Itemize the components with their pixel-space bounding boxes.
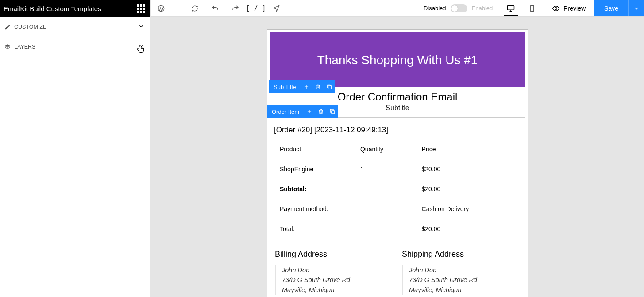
panel-customize-label: CUSTOMIZE bbox=[14, 24, 46, 30]
table-row: Product Quantity Price bbox=[274, 139, 521, 159]
total-value: $20.00 bbox=[416, 219, 521, 239]
save-button[interactable]: Save bbox=[594, 0, 628, 16]
svg-point-3 bbox=[532, 10, 532, 11]
redo-icon[interactable] bbox=[225, 4, 246, 12]
code-shortcode-icon[interactable]: [ / ] bbox=[246, 4, 266, 12]
shipping-title: Shipping Address bbox=[402, 250, 520, 259]
apps-grid-icon[interactable] bbox=[137, 4, 145, 13]
email-frame[interactable]: Thanks Shopping With Us #1 Sub Title Ord… bbox=[267, 29, 528, 297]
billing-title: Billing Address bbox=[275, 250, 393, 259]
order-table: Product Quantity Price ShopEngine 1 $20.… bbox=[274, 139, 521, 239]
svg-point-4 bbox=[555, 7, 557, 9]
subtotal-value: $20.00 bbox=[416, 179, 521, 199]
addresses: Billing Address John Doe 73/D G South Gr… bbox=[270, 239, 525, 295]
subtotal-label: Subtotal: bbox=[274, 179, 416, 199]
table-row: ShopEngine 1 $20.00 bbox=[274, 159, 521, 179]
device-desktop-icon[interactable] bbox=[500, 0, 521, 16]
shipping-street: 73/D G South Grove Rd bbox=[409, 275, 520, 285]
toggle-pill[interactable] bbox=[451, 4, 467, 12]
payment-label: Payment method: bbox=[274, 199, 416, 219]
svg-rect-6 bbox=[332, 111, 335, 114]
device-mobile-icon[interactable] bbox=[521, 0, 543, 16]
app-title: EmailKit Build Custom Templates bbox=[4, 5, 101, 12]
shipping-city: Mayville, Michigan bbox=[409, 285, 520, 295]
billing-street: 73/D G South Grove Rd bbox=[282, 275, 393, 285]
wordpress-icon[interactable] bbox=[151, 4, 171, 12]
trash-icon[interactable] bbox=[315, 108, 327, 115]
billing-city: Mayville, Michigan bbox=[282, 285, 393, 295]
add-icon[interactable] bbox=[301, 84, 312, 90]
block-toolbar-subtitle: Sub Title bbox=[269, 80, 335, 93]
pencil-icon bbox=[4, 24, 11, 30]
th-product: Product bbox=[274, 139, 355, 159]
save-dropdown[interactable] bbox=[628, 0, 644, 16]
add-icon[interactable] bbox=[304, 108, 315, 115]
enable-toggle[interactable]: Disabled Enabled bbox=[416, 0, 500, 16]
trash-icon[interactable] bbox=[312, 84, 324, 90]
block-toolbar-orderitem: Order Item bbox=[267, 105, 338, 118]
table-row: Subtotal: $20.00 bbox=[274, 179, 521, 199]
chevron-down-icon bbox=[138, 23, 144, 31]
total-label: Total: bbox=[274, 219, 416, 239]
panel-customize[interactable]: CUSTOMIZE bbox=[0, 17, 150, 37]
billing-address: Billing Address John Doe 73/D G South Gr… bbox=[275, 250, 393, 295]
eye-icon bbox=[552, 4, 560, 12]
shipping-address: Shipping Address John Doe 73/D G South G… bbox=[402, 250, 520, 295]
shipping-name: John Doe bbox=[409, 265, 520, 275]
refresh-icon[interactable] bbox=[185, 4, 205, 12]
undo-icon[interactable] bbox=[205, 4, 225, 12]
td-qty: 1 bbox=[355, 159, 416, 179]
toggle-enabled-label: Enabled bbox=[472, 5, 493, 12]
table-row: Payment method: Cash on Delivery bbox=[274, 199, 521, 219]
layers-icon bbox=[4, 44, 11, 50]
sidebar: EmailKit Build Custom Templates CUSTOMIZ… bbox=[0, 0, 151, 297]
th-price: Price bbox=[416, 139, 521, 159]
preview-button[interactable]: Preview bbox=[543, 0, 594, 16]
copy-icon[interactable] bbox=[324, 84, 335, 90]
block-toolbar-label: Sub Title bbox=[269, 84, 301, 90]
hero-text: Thanks Shopping With Us #1 bbox=[317, 53, 478, 67]
chevron-down-icon bbox=[138, 43, 144, 50]
payment-value: Cash on Delivery bbox=[416, 199, 521, 219]
topbar: [ / ] Disabled Enabled Preview Save bbox=[151, 0, 644, 17]
order-meta: [Order #20] [2023-11-12 09:49:13] bbox=[270, 126, 525, 139]
sidebar-header: EmailKit Build Custom Templates bbox=[0, 0, 150, 17]
chevron-down-icon bbox=[633, 5, 640, 12]
canvas[interactable]: Thanks Shopping With Us #1 Sub Title Ord… bbox=[151, 17, 644, 297]
billing-name: John Doe bbox=[282, 265, 393, 275]
send-icon[interactable] bbox=[266, 4, 286, 12]
svg-rect-1 bbox=[508, 5, 514, 10]
preview-label: Preview bbox=[563, 5, 586, 12]
th-qty: Quantity bbox=[355, 139, 416, 159]
table-row: Total: $20.00 bbox=[274, 219, 521, 239]
email-content[interactable]: Order Item Order Confirmation Email Subt… bbox=[267, 89, 528, 297]
toggle-disabled-label: Disabled bbox=[424, 5, 446, 12]
td-product: ShopEngine bbox=[274, 159, 355, 179]
copy-icon[interactable] bbox=[327, 108, 338, 115]
td-price: $20.00 bbox=[416, 159, 521, 179]
save-label: Save bbox=[604, 5, 618, 12]
email-hero[interactable]: Thanks Shopping With Us #1 Sub Title bbox=[270, 32, 525, 87]
block-toolbar-label: Order Item bbox=[267, 108, 304, 115]
panel-layers-label: LAYERS bbox=[14, 44, 35, 50]
panel-layers[interactable]: LAYERS bbox=[0, 37, 150, 57]
svg-rect-5 bbox=[328, 86, 331, 89]
main-area: [ / ] Disabled Enabled Preview Save bbox=[151, 0, 644, 297]
